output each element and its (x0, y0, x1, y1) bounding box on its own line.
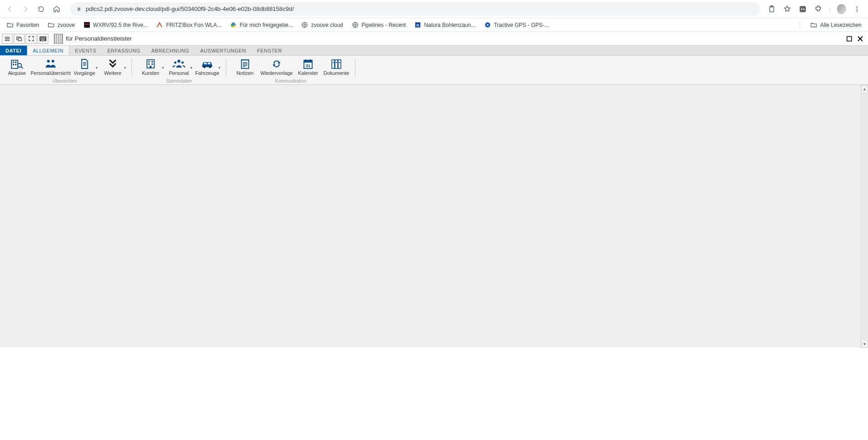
extensions-icon[interactable] (814, 5, 823, 14)
refresh-icon (270, 58, 283, 69)
svg-rect-31 (847, 37, 852, 41)
scroll-down-button[interactable]: ▼ (861, 340, 868, 348)
tab-abrechnung[interactable]: ABRECHNUNG (146, 46, 195, 55)
svg-rect-23 (42, 37, 42, 38)
ribbon-label: Weitere (104, 70, 121, 76)
chrome-menu-icon[interactable] (852, 5, 862, 14)
ribbon-dokumente[interactable]: Dokumente (322, 58, 350, 78)
ribbon-group-label: Übersichten (52, 78, 77, 84)
binders-icon (330, 58, 343, 69)
maximize-button[interactable] (845, 35, 853, 43)
bookmark-label: zvoove cloud (311, 22, 343, 28)
chevron-down-icon: ▾ (162, 66, 164, 70)
building-search-icon (10, 58, 23, 69)
tab-fenster[interactable]: FENSTER (251, 46, 288, 55)
chevron-down-icon: ▾ (190, 66, 192, 70)
bookmark-item[interactable]: Für mich freigegebe... (230, 21, 293, 29)
svg-point-8 (857, 6, 858, 8)
keyboard-button[interactable] (37, 34, 48, 44)
bookmark-item[interactable]: zvoove cloud (301, 21, 343, 29)
notepad-icon (239, 58, 251, 69)
bookmark-label: Für mich freigegebe... (240, 22, 293, 28)
url-bar[interactable]: pdlcs2.pdl.zvoove-dev.cloud/pdl-gui/5034… (70, 2, 760, 16)
ribbon-personaluebersicht[interactable]: Personalübersicht (31, 58, 70, 78)
bookmark-item[interactable]: Tractive GPS - GPS-... (484, 21, 549, 29)
ribbon-akquise[interactable]: Akquise (3, 58, 31, 78)
bookmark-item[interactable]: WXRV/92.5 the Rive... (83, 21, 148, 29)
site-settings-icon[interactable] (76, 6, 82, 12)
scroll-up-button[interactable]: ▲ (861, 85, 868, 92)
ribbon-label: Vorgänge (73, 70, 95, 76)
svg-point-49 (182, 62, 184, 64)
ribbon-kunden[interactable]: Kunden ▾ (136, 58, 165, 78)
svg-rect-5 (800, 6, 806, 12)
fullscreen-button[interactable] (26, 34, 37, 44)
svg-point-37 (18, 63, 21, 67)
ribbon-label: Dokumente (324, 70, 349, 76)
ribbon-notizen[interactable]: Notizen (231, 58, 259, 78)
clipboard-icon[interactable] (767, 5, 776, 14)
vertical-scrollbar[interactable]: ▲ ▼ (861, 85, 868, 348)
fritz-icon (156, 21, 163, 29)
svg-rect-45 (152, 63, 153, 65)
svg-rect-58 (332, 60, 335, 68)
ribbon-group-label: Kommunikation (275, 78, 307, 84)
url-text: pdlcs2.pdl.zvoove-dev.cloud/pdl-gui/5034… (86, 5, 294, 12)
extension-a-icon[interactable] (798, 5, 807, 14)
building-icon (144, 58, 157, 69)
bookmark-item[interactable]: Favoriten (6, 21, 39, 29)
svg-rect-43 (152, 61, 153, 63)
ribbon-label: Akquise (8, 70, 26, 76)
svg-rect-29 (44, 38, 45, 39)
tab-datei[interactable]: DATEI (0, 46, 27, 55)
radio-icon (83, 21, 90, 29)
svg-point-61 (333, 62, 334, 63)
svg-rect-27 (42, 38, 42, 39)
ribbon-personal[interactable]: Personal ▾ (165, 58, 193, 78)
bookmark-label: Pipelines - Recent (361, 22, 406, 28)
svg-rect-46 (150, 66, 152, 68)
workspace-area: ▲ ▼ (0, 85, 868, 348)
close-button[interactable] (856, 35, 864, 43)
nav-back-button[interactable] (4, 3, 16, 16)
people-group-icon (173, 58, 185, 69)
bookmark-item[interactable]: zvoove (47, 21, 75, 29)
all-bookmarks-button[interactable]: Alle Lesezeichen (810, 21, 862, 29)
svg-text:31: 31 (306, 63, 310, 68)
bookmark-item[interactable]: Pipelines - Recent (351, 21, 406, 29)
nav-home-button[interactable] (50, 3, 63, 16)
svg-rect-32 (11, 60, 18, 68)
bookmark-item[interactable]: FRITZ!Box Fon WLA... (156, 21, 221, 29)
view-windows-button[interactable] (14, 34, 25, 44)
tab-auswertungen[interactable]: AUSWERTUNGEN (195, 46, 252, 55)
svg-rect-36 (15, 64, 16, 65)
ribbon-fahrzeuge[interactable]: Fahrzeuge ▾ (193, 58, 221, 78)
profile-avatar[interactable] (837, 5, 846, 14)
app-logo-placeholder (54, 34, 63, 44)
ribbon-vorgaenge[interactable]: Vorgänge ▾ (70, 58, 99, 78)
bookmark-star-icon[interactable] (783, 5, 792, 14)
ribbon-wiedervorlage[interactable]: Wiedervorlage (259, 58, 294, 78)
bookmark-item[interactable]: N Natura Bohlenzaun... (414, 21, 476, 29)
ribbon-group-stammdaten: Kunden ▾ Personal ▾ Fahrzeuge ▾ Stammdat… (134, 58, 224, 84)
svg-rect-59 (335, 60, 338, 68)
tab-events[interactable]: EVENTS (69, 46, 102, 55)
tab-erfassung[interactable]: ERFASSUNG (102, 46, 146, 55)
ribbon: Akquise Personalübersicht Vorgänge ▾ We (0, 56, 868, 85)
ribbon-label: Personal (169, 70, 188, 76)
ribbon-label: Personalübersicht (31, 70, 71, 76)
menu-toggle-button[interactable] (2, 34, 13, 44)
nav-forward-button[interactable] (19, 3, 32, 16)
tab-allgemein[interactable]: ALLGEMEIN (27, 46, 69, 55)
menu-tabs: DATEI ALLGEMEIN EVENTS ERFASSUNG ABRECHN… (0, 46, 868, 56)
svg-point-10 (857, 10, 858, 12)
ribbon-kalender[interactable]: 31 Kalender (294, 58, 322, 78)
svg-point-48 (174, 62, 177, 64)
ribbon-weitere[interactable]: Weitere ▾ (99, 58, 127, 78)
svg-rect-34 (15, 62, 16, 63)
nav-reload-button[interactable] (35, 3, 47, 16)
all-bookmarks-label: Alle Lesezeichen (820, 22, 862, 28)
globe-icon (301, 21, 309, 29)
svg-rect-56 (304, 60, 312, 63)
bookmark-label: Favoriten (16, 22, 39, 28)
